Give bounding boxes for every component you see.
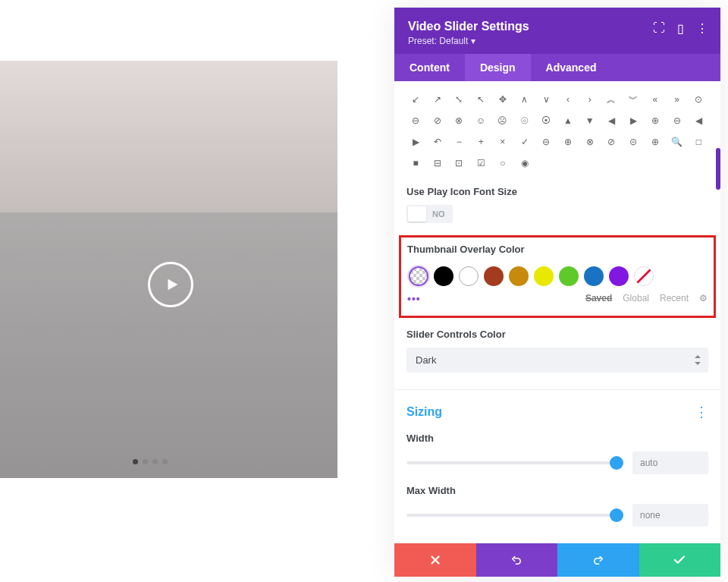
tab-advanced[interactable]: Advanced — [531, 54, 612, 81]
scrollbar-thumb[interactable] — [716, 148, 720, 190]
sizing-more-icon[interactable]: ⋮ — [695, 404, 708, 420]
icon-option[interactable]: ⤡ — [450, 90, 468, 109]
sizing-header: Sizing ⋮ — [406, 404, 708, 420]
max-width-value[interactable]: none — [632, 504, 708, 527]
play-button[interactable] — [148, 262, 193, 307]
panel-tabs: Content Design Advanced — [394, 54, 720, 81]
icon-option[interactable]: ■ — [406, 154, 425, 172]
slider-dot[interactable] — [133, 459, 138, 464]
icon-option[interactable]: ▶ — [406, 133, 425, 151]
icon-option[interactable]: ⊕ — [646, 112, 664, 130]
icon-option[interactable]: ⊝ — [624, 133, 642, 151]
color-swatch-orange[interactable] — [509, 266, 529, 286]
icon-option[interactable]: ⊗ — [581, 133, 599, 151]
icon-option[interactable]: ▲ — [559, 112, 577, 130]
icon-option[interactable]: ∨ — [537, 90, 555, 109]
gear-icon[interactable]: ⚙ — [699, 293, 708, 305]
use-play-icon-label: Use Play Icon Font Size — [406, 186, 708, 197]
icon-option[interactable]: ⊟ — [428, 154, 447, 172]
close-button[interactable] — [394, 543, 476, 577]
slider-controls-label: Slider Controls Color — [406, 329, 708, 340]
color-swatch-none[interactable] — [634, 266, 654, 286]
use-play-icon-toggle[interactable]: NO — [406, 205, 453, 223]
slider-dot[interactable] — [162, 459, 168, 464]
width-value[interactable]: auto — [632, 451, 708, 474]
icon-option[interactable]: + — [472, 133, 490, 151]
panel-body: ↙↗⤡↖✥∧∨‹›︽︾«»⊙⊖⊘⊗☺☹⦾⦿▲▼◀▶⊕⊖◀▶↶−+×✓⊖⊕⊗⊘⊝⊕… — [394, 81, 720, 543]
slider-controls-select[interactable]: Dark — [406, 348, 708, 373]
icon-option[interactable]: ⊕ — [559, 133, 577, 151]
undo-button[interactable] — [476, 543, 558, 577]
icon-option[interactable]: ▶ — [624, 112, 642, 130]
max-width-slider[interactable] — [406, 514, 623, 517]
icon-option[interactable]: ∧ — [516, 90, 534, 109]
color-swatch-yellow[interactable] — [534, 266, 554, 286]
icon-option[interactable]: ⦿ — [537, 112, 555, 130]
icon-option[interactable]: ◉ — [516, 154, 534, 172]
icon-option[interactable]: ⊡ — [450, 154, 468, 172]
icon-option[interactable]: ⊕ — [646, 133, 664, 151]
icon-option[interactable]: ⊙ — [689, 90, 708, 109]
icon-option[interactable]: ↖ — [472, 90, 490, 109]
color-swatch-purple[interactable] — [609, 266, 629, 286]
sizing-title: Sizing — [406, 405, 442, 419]
width-slider[interactable] — [406, 461, 623, 464]
more-colors-icon[interactable]: ••• — [407, 293, 421, 305]
split-icon[interactable]: ▯ — [677, 21, 684, 36]
color-swatch-blue[interactable] — [584, 266, 604, 286]
icon-option[interactable]: ‹ — [559, 90, 577, 109]
slider-pagination — [133, 459, 168, 464]
icon-option[interactable]: − — [450, 133, 468, 151]
save-button[interactable] — [639, 543, 721, 577]
more-icon[interactable]: ⋮ — [696, 21, 708, 36]
color-swatch-white[interactable] — [459, 266, 479, 286]
section-divider — [394, 389, 720, 390]
icon-option[interactable]: ◀ — [602, 112, 620, 130]
color-swatch-black[interactable] — [434, 266, 453, 286]
icon-option[interactable]: ︽ — [602, 90, 620, 109]
color-swatch-transparent[interactable] — [409, 266, 428, 286]
thumbnail-overlay-label: Thumbnail Overlay Color — [407, 244, 708, 255]
icon-option[interactable]: ⊖ — [668, 112, 686, 130]
expand-icon[interactable]: ⛶ — [653, 21, 665, 36]
icon-option[interactable]: ︾ — [624, 90, 642, 109]
icon-option[interactable]: ◀ — [689, 112, 708, 130]
redo-button[interactable] — [557, 543, 639, 577]
color-tab-recent[interactable]: Recent — [660, 293, 689, 305]
color-tab-saved[interactable]: Saved — [585, 293, 612, 305]
icon-option[interactable]: « — [646, 90, 664, 109]
settings-panel: Video Slider Settings Preset: Default ▾ … — [394, 8, 720, 577]
icon-option[interactable]: 🔍 — [668, 133, 686, 151]
icon-option[interactable]: ☺ — [472, 112, 490, 130]
icon-option[interactable]: › — [581, 90, 599, 109]
tab-content[interactable]: Content — [394, 54, 465, 81]
icon-option[interactable]: ⊖ — [537, 133, 555, 151]
icon-option[interactable]: ✥ — [494, 90, 512, 109]
icon-option[interactable]: ⊘ — [428, 112, 447, 130]
icon-option[interactable]: ↗ — [428, 90, 447, 109]
slider-dot[interactable] — [152, 459, 158, 464]
tab-design[interactable]: Design — [465, 54, 531, 81]
color-swatch-darkred[interactable] — [484, 266, 504, 286]
icon-option[interactable]: □ — [689, 133, 708, 151]
icon-option[interactable]: × — [494, 133, 512, 151]
icon-option[interactable]: ✓ — [516, 133, 534, 151]
icon-option[interactable]: ☹ — [494, 112, 512, 130]
slider-knob[interactable] — [610, 456, 623, 470]
icon-option[interactable]: ↶ — [428, 133, 447, 151]
slider-knob[interactable] — [610, 508, 623, 522]
panel-preset[interactable]: Preset: Default ▾ — [408, 36, 707, 46]
icon-option[interactable]: ☑ — [472, 154, 490, 172]
icon-option[interactable]: » — [668, 90, 686, 109]
icon-option[interactable]: ⦾ — [516, 112, 534, 130]
icon-option[interactable]: ○ — [494, 154, 512, 172]
icon-option[interactable]: ⊘ — [602, 133, 620, 151]
color-swatch-green[interactable] — [559, 266, 579, 286]
icon-option[interactable]: ↙ — [406, 90, 425, 109]
icon-option[interactable]: ⊖ — [406, 112, 425, 130]
slider-dot[interactable] — [143, 459, 148, 464]
icon-option[interactable]: ▼ — [581, 112, 599, 130]
color-tab-global[interactable]: Global — [623, 293, 649, 305]
icon-option[interactable]: ⊗ — [450, 112, 468, 130]
toggle-label: NO — [426, 209, 451, 219]
